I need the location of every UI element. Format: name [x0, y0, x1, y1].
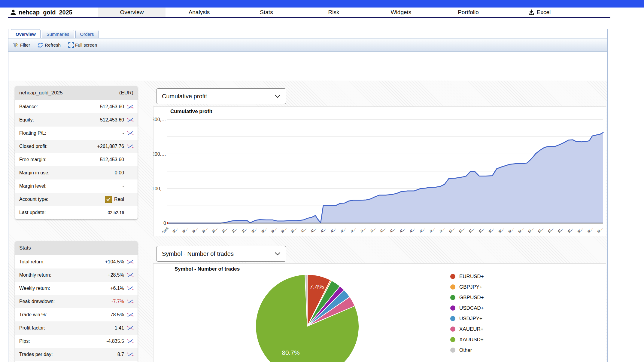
legend-item[interactable]: USDCAD+ [450, 304, 484, 312]
fullscreen-button[interactable]: Full screen [68, 42, 97, 48]
row-value: 0.00 [115, 170, 124, 176]
svg-text:3/…: 3/… [172, 226, 179, 233]
row-value: 512,453.60 [100, 104, 124, 109]
svg-text:3/…: 3/… [182, 226, 189, 233]
legend-item[interactable]: USDJPY+ [450, 315, 484, 322]
legend-swatch [450, 337, 455, 342]
row-label: Trade win %: [19, 312, 111, 318]
row-value: 78.5% [111, 312, 124, 318]
row-label: Weekly return: [19, 286, 110, 291]
legend-label: Other [459, 347, 472, 353]
row-label: Total return: [19, 259, 105, 265]
table-row: Margin in use:0.00 [15, 166, 138, 179]
svg-text:5/…: 5/… [468, 226, 475, 233]
top-strip [0, 0, 644, 8]
table-row: Trades per day:8.7 [15, 348, 138, 361]
legend-item[interactable]: GBPJPY+ [450, 283, 484, 291]
legend-item[interactable]: Other [450, 346, 484, 354]
account-chip[interactable]: nehcap_gold_2025 [10, 8, 72, 17]
svg-text:4/…: 4/… [379, 226, 386, 233]
svg-text:5/…: 5/… [458, 226, 465, 233]
sub-tabs: Overview Summaries Orders [8, 29, 607, 38]
svg-text:5/…: 5/… [577, 226, 584, 233]
mini-chart-icon[interactable] [126, 312, 134, 318]
mini-chart-icon[interactable] [126, 272, 134, 278]
svg-text:80.7%: 80.7% [282, 349, 300, 356]
svg-text:4/…: 4/… [399, 226, 406, 233]
mini-chart-icon[interactable] [126, 130, 134, 136]
svg-text:100,…: 100,… [153, 186, 166, 191]
svg-text:4/…: 4/… [310, 226, 317, 233]
table-row: Account type:Real [15, 193, 138, 206]
table-row: Weekly return:+6.1% [15, 282, 138, 295]
svg-text:5/…: 5/… [527, 226, 534, 233]
mini-chart-icon[interactable] [126, 352, 134, 357]
svg-text:3/…: 3/… [251, 226, 258, 233]
mini-chart-icon[interactable] [126, 325, 134, 331]
svg-text:3/…: 3/… [241, 226, 248, 233]
fullscreen-icon [68, 42, 74, 48]
mini-chart-icon[interactable] [126, 104, 134, 109]
content-container: Overview Summaries Orders Filter Refresh… [8, 29, 608, 362]
symbol-pie-chart: Symbol - Number of trades 7.4%80.7% EURU… [153, 263, 606, 362]
svg-text:5/…: 5/… [498, 226, 505, 233]
refresh-icon [37, 42, 43, 48]
table-row: Balance:512,453.60 [15, 100, 138, 113]
mini-chart-icon[interactable] [126, 117, 134, 123]
svg-text:6/…: 6/… [597, 226, 603, 233]
tab-overview[interactable]: Overview [98, 8, 166, 17]
chevron-down-icon [275, 252, 281, 256]
svg-text:3/…: 3/… [221, 226, 228, 233]
row-value: 8.7 [117, 352, 124, 357]
row-label: Balance: [19, 104, 100, 109]
tab-risk[interactable]: Risk [300, 8, 367, 17]
row-value: 512,453.60 [100, 117, 124, 123]
row-value: +28.5% [108, 272, 124, 278]
download-icon [528, 9, 534, 15]
row-value: -7.7% [111, 299, 124, 304]
table-row: Peak drawdown:-7.7% [15, 295, 138, 308]
legend-item[interactable]: EURUSD+ [450, 273, 484, 280]
svg-text:4/…: 4/… [320, 226, 327, 233]
subtab-orders[interactable]: Orders [75, 30, 99, 38]
svg-text:3/…: 3/… [192, 226, 199, 233]
subtab-summaries[interactable]: Summaries [42, 30, 74, 38]
subtab-overview[interactable]: Overview [11, 29, 41, 38]
row-value: -4,835.5 [106, 339, 124, 344]
chart-type-select-symbol[interactable]: Symbol - Number of trades [156, 246, 286, 262]
tab-widgets[interactable]: Widgets [367, 8, 435, 17]
legend-label: USDJPY+ [459, 316, 482, 322]
svg-text:4/…: 4/… [369, 226, 376, 233]
symbol-pie-plot: 7.4%80.7% [153, 264, 448, 362]
tab-analysis[interactable]: Analysis [166, 8, 233, 17]
chart-type-select-cumulative[interactable]: Cumulative profit [156, 88, 286, 104]
tab-portfolio[interactable]: Portfolio [435, 8, 502, 17]
table-row: Trade win %:78.5% [15, 308, 138, 321]
svg-text:4/…: 4/… [439, 226, 445, 233]
legend-item[interactable]: XAUUSD+ [450, 336, 484, 343]
row-value: - [123, 183, 124, 189]
filter-button[interactable]: Filter [13, 42, 30, 48]
legend-label: GBPJPY+ [459, 284, 482, 290]
row-label: Peak drawdown: [19, 299, 111, 304]
mini-chart-icon[interactable] [126, 286, 134, 291]
row-value: +104.5% [105, 259, 124, 265]
svg-text:4/…: 4/… [300, 226, 307, 233]
legend-item[interactable]: XAUEUR+ [450, 325, 484, 333]
row-value: - [123, 130, 124, 136]
mini-chart-icon[interactable] [126, 299, 134, 304]
legend-swatch [450, 316, 455, 321]
svg-text:3/…: 3/… [281, 226, 287, 233]
table-row: Equity:512,453.60 [15, 113, 138, 127]
refresh-button[interactable]: Refresh [37, 42, 61, 48]
tab-excel[interactable]: Excel [502, 8, 577, 17]
mini-chart-icon[interactable] [126, 144, 134, 149]
legend-item[interactable]: GBPUSD+ [450, 294, 484, 301]
row-value: 512,453.60 [100, 157, 124, 162]
mini-chart-icon[interactable] [126, 259, 134, 265]
mini-chart-icon[interactable] [126, 339, 134, 344]
svg-text:4/…: 4/… [360, 226, 366, 233]
svg-text:Start: Start [161, 226, 169, 234]
svg-text:5/…: 5/… [488, 226, 495, 233]
tab-stats[interactable]: Stats [233, 8, 300, 17]
